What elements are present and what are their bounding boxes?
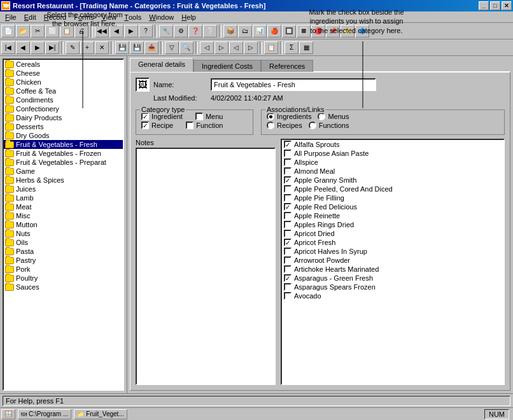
ingredient-item[interactable]: Apple Reinette	[282, 211, 503, 220]
ingredient-list[interactable]: ✓Alfalfa SproutsAll Purpose Asian PasteA…	[281, 139, 505, 385]
category-item[interactable]: Oils	[4, 238, 123, 247]
category-item[interactable]: Fruit & Vegetables - Preparat	[4, 158, 123, 167]
category-item[interactable]: Misc	[4, 211, 123, 220]
radio-recipes-btn[interactable]	[267, 122, 274, 129]
category-item[interactable]: Cereals	[4, 60, 123, 69]
category-item[interactable]: Fruit & Vegetables - Frozen	[4, 149, 123, 158]
tb-f4[interactable]: ❔	[203, 25, 217, 38]
tb-g3[interactable]: 📊	[253, 25, 267, 38]
radio-menus-btn[interactable]	[318, 113, 325, 120]
tb2-add[interactable]: +	[80, 41, 94, 54]
name-input[interactable]	[211, 78, 376, 91]
ingredient-item[interactable]: ✓Apple Granny Smith	[282, 176, 503, 185]
taskbar-file[interactable]: 📁 Fruit_Veget...	[74, 409, 127, 419]
category-item[interactable]: Confectionery	[4, 104, 123, 113]
tb-f2[interactable]: ⚙	[174, 25, 188, 38]
tb2-first[interactable]: |◀	[1, 41, 15, 54]
tb2-last[interactable]: ▶|	[45, 41, 59, 54]
tb-nav4[interactable]: ?	[139, 25, 153, 38]
ingredient-check-box[interactable]: ✓	[141, 113, 149, 120]
category-item[interactable]: Pastry	[4, 256, 123, 265]
category-item[interactable]: Fruit & Vegetables - Fresh	[4, 140, 123, 149]
category-item[interactable]: Meat	[4, 202, 123, 211]
category-item[interactable]: Mutton	[4, 220, 123, 229]
category-item[interactable]: Lamb	[4, 193, 123, 202]
tb-g4[interactable]: 🍎	[267, 25, 281, 38]
tb2-grid[interactable]: ▦	[299, 41, 313, 54]
tb2-save3[interactable]: 📥	[144, 41, 158, 54]
menu-window[interactable]: Window	[145, 12, 178, 22]
radio-recipes[interactable]: Recipes	[267, 122, 302, 129]
ingredient-item[interactable]: Almond Meal	[282, 167, 503, 176]
category-item[interactable]: Herbs & Spices	[4, 176, 123, 185]
tb-f1[interactable]: 🔧	[159, 25, 173, 38]
category-item[interactable]: Pork	[4, 265, 123, 274]
tab-costs[interactable]: Ingredient Costs	[193, 60, 261, 72]
ingredient-item[interactable]: Asparagus Spears Frozen	[282, 283, 503, 291]
category-item[interactable]: Game	[4, 167, 123, 176]
category-item[interactable]: Dry Goods	[4, 131, 123, 140]
recipe-checkbox[interactable]: ✓ Recipe	[141, 122, 173, 129]
tb-g1[interactable]: 📦	[223, 25, 237, 38]
radio-ingredients[interactable]: Ingredients	[267, 113, 311, 120]
tb2-x4[interactable]: ▷	[244, 41, 258, 54]
recipe-check-box[interactable]: ✓	[141, 122, 149, 129]
tb2-filter[interactable]: ▽	[165, 41, 179, 54]
category-item[interactable]: Juices	[4, 185, 123, 193]
tb2-prev[interactable]: ◀	[16, 41, 30, 54]
tb2-x1[interactable]: ◁	[200, 41, 214, 54]
radio-menus[interactable]: Menus	[318, 113, 349, 120]
ingredient-item[interactable]: ✓Asparagus - Green Fresh	[282, 274, 503, 283]
category-item[interactable]: Condiments	[4, 95, 123, 104]
ingredient-item[interactable]: Allspice	[282, 158, 503, 167]
category-item[interactable]: Coffee & Tea	[4, 87, 123, 95]
close-button[interactable]: ✕	[502, 1, 512, 10]
function-checkbox[interactable]: Function	[186, 122, 223, 129]
tb2-sigma[interactable]: Σ	[285, 41, 299, 54]
taskbar-start[interactable]: 🪟	[1, 409, 15, 419]
category-item[interactable]: Cheese	[4, 69, 123, 78]
tb2-x2[interactable]: ▷	[214, 41, 228, 54]
tb2-x3[interactable]: ◁	[229, 41, 243, 54]
radio-ingredients-btn[interactable]	[267, 113, 274, 120]
category-item[interactable]: Chicken	[4, 78, 123, 87]
ingredient-item[interactable]: Apple Pie Filling	[282, 193, 503, 202]
tb-g2[interactable]: 🗂	[238, 25, 252, 38]
tab-references[interactable]: References	[261, 60, 313, 72]
minimize-button[interactable]: _	[479, 1, 489, 10]
tab-general[interactable]: General details	[130, 58, 193, 72]
ingredient-item[interactable]: Apricot Dried	[282, 229, 503, 238]
tb-f3[interactable]: ❓	[188, 25, 202, 38]
tb2-save[interactable]: 💾	[115, 41, 129, 54]
tb2-y1[interactable]: 📋	[264, 41, 278, 54]
tb2-save2[interactable]: 💾	[130, 41, 144, 54]
category-item[interactable]: Nuts	[4, 229, 123, 238]
ingredient-item[interactable]: Artichoke Hearts Marinated	[282, 265, 503, 274]
menu-file[interactable]: File	[1, 12, 20, 22]
ingredient-checkbox[interactable]: ✓ Ingredient	[141, 113, 183, 120]
maximize-button[interactable]: □	[490, 1, 500, 10]
ingredient-item[interactable]: Apples Rings Dried	[282, 220, 503, 229]
tb2-next[interactable]: ▶	[31, 41, 45, 54]
tb-open[interactable]: 📂	[16, 25, 30, 38]
menu-check-box[interactable]	[195, 113, 203, 120]
ingredient-item[interactable]: Apricot Halves In Syrup	[282, 247, 503, 256]
ingredient-item[interactable]: ✓Apple Red Delicious	[282, 202, 503, 211]
category-list[interactable]: CerealsCheeseChickenCoffee & TeaCondimen…	[3, 59, 124, 391]
ingredient-item[interactable]: All Purpose Asian Paste	[282, 149, 503, 158]
tb2-filter2[interactable]: 🔍	[179, 41, 193, 54]
ingredient-item[interactable]: ✓Alfalfa Sprouts	[282, 140, 503, 149]
tb2-del[interactable]: ✕	[95, 41, 109, 54]
ingredient-item[interactable]: ✓Apricot Fresh	[282, 238, 503, 247]
taskbar-program[interactable]: 🍽 C:\Program ...	[18, 409, 71, 419]
category-item[interactable]: Poultry	[4, 274, 123, 283]
function-check-box[interactable]	[186, 122, 193, 129]
ingredient-item[interactable]: Apple Peeled, Cored And Diced	[282, 185, 503, 193]
category-item[interactable]: Pasta	[4, 247, 123, 256]
tb2-edit[interactable]: ✎	[66, 41, 80, 54]
category-item[interactable]: Dairy Products	[4, 113, 123, 122]
radio-functions-btn[interactable]	[309, 122, 316, 129]
menu-help[interactable]: Help	[178, 12, 200, 22]
notes-textarea[interactable]	[136, 148, 276, 385]
category-item[interactable]: Sauces	[4, 283, 123, 291]
